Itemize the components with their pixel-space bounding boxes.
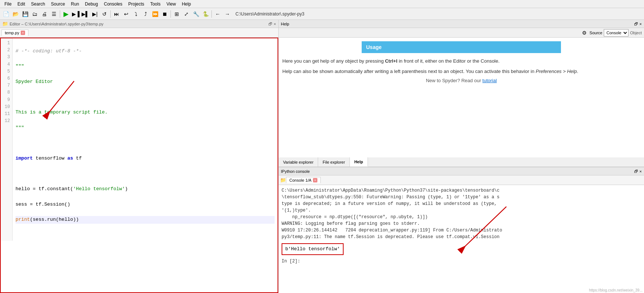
wrench-button[interactable]: 🔧 [192,10,200,18]
stop-button[interactable]: ⏹ [160,10,169,18]
tab-help[interactable]: Help [350,157,368,167]
help-title: Help [281,22,289,26]
code-line-1: # -*- coding: utf-8 -*- [16,48,275,55]
step-button[interactable]: ↩ [122,10,131,18]
main-container: 📁 Editor – C:\Users\Administrator\.spyde… [0,20,644,293]
code-line-12: print(sess.run(hello)) [16,216,275,224]
help-tutorial-text: New to Spyder? Read our [426,78,481,83]
tab-variable-explorer[interactable]: Variable explorer [279,157,318,167]
back-button[interactable]: ← [213,10,222,18]
code-line-10: hello = tf.constant('Hello tensorfolw') [16,185,275,193]
console-title: IPython console [281,169,310,174]
usage-title: Usage [366,44,382,50]
step-return-button[interactable]: ⤴ [141,10,150,18]
editor-tab-close[interactable]: × [21,31,25,35]
source-select[interactable]: Console Editor [604,29,628,36]
save-all-button[interactable]: 🗂 [30,10,39,18]
editor-title: Editor – C:\Users\Administrator\.spyder-… [10,22,103,26]
step-into-button[interactable]: ⤵ [131,10,140,18]
menu-edit[interactable]: Edit [14,1,28,7]
re-run-button[interactable]: ↺ [100,10,109,18]
help-text-2: Help can also be shown automatically aft… [282,68,640,75]
open-file-button[interactable]: 📂 [11,10,20,18]
run-button[interactable]: ▶ [62,10,70,18]
console-prompt: In [2]: [282,258,641,265]
code-content[interactable]: # -*- coding: utf-8 -*- """ Spyder Edito… [13,38,278,241]
toolbar-sep-2 [110,10,111,18]
help-float-icon[interactable]: 🗗 [634,22,638,26]
print-button[interactable]: 🖨 [40,10,49,18]
help-panel: Help 🗗 × ⚙ Source Console Editor Object … [279,20,644,167]
run-selection-button[interactable]: ▶| [90,10,99,18]
code-editor[interactable]: 123456 789101112 # -*- coding: utf-8 -*-… [0,38,278,293]
console-result: b'Hello tensorfolw' [282,243,344,255]
console-close-icon[interactable]: × [640,169,642,174]
menu-projects[interactable]: Projects [125,1,147,7]
help-text-1: Here you can get help of any object by p… [282,57,640,65]
editor-panel-header: 📁 Editor – C:\Users\Administrator\.spyde… [0,20,278,28]
help-toolbar: ⚙ Source Console Editor Object [279,28,644,38]
editor-tab-bar: temp.py × [0,28,278,38]
menu-file[interactable]: File [1,1,14,7]
right-panel: Help 🗗 × ⚙ Source Console Editor Object … [279,20,644,293]
editor-panel: 📁 Editor – C:\Users\Administrator\.spyde… [0,20,279,293]
menu-help[interactable]: Help [179,1,194,7]
console-new-icon[interactable]: 📁 [280,177,286,183]
code-line-7 [16,139,275,147]
menu-bar: File Edit Search Source Run Debug Consol… [0,0,644,8]
menu-consoles[interactable]: Consoles [101,1,125,7]
editor-header-left: 📁 Editor – C:\Users\Administrator\.spyde… [2,21,103,27]
tab-file-explorer[interactable]: File explorer [318,157,350,167]
menu-debug[interactable]: Debug [82,1,101,7]
menu-view[interactable]: View [163,1,179,7]
cell-run2-button[interactable]: ⊞ [172,10,181,18]
editor-tab-temp[interactable]: temp.py × [1,29,28,36]
code-line-8: import tensorflow as tf [16,155,275,163]
console-float-icon[interactable]: 🗗 [634,169,638,174]
debug-button[interactable]: ⏭ [112,10,121,18]
code-line-11: sess = tf.Session() [16,201,275,209]
console-header: IPython console 🗗 × [279,167,644,175]
continue-button[interactable]: ⏩ [151,10,159,18]
source-label: Source [589,31,602,35]
editor-float-icon[interactable]: 🗗 [268,22,272,26]
console-tab-1[interactable]: Console 1/A × [286,177,321,183]
editor-header-icons: 🗗 × [268,22,276,26]
console-result-container: b'Hello tensorfolw' [282,242,641,257]
console-panel: IPython console 🗗 × 📁 Console 1/A × C:\U… [279,167,644,293]
editor-folder-icon[interactable]: 📁 [2,21,8,27]
menu-run[interactable]: Run [68,1,82,7]
code-line-5: This is a temporary script file. [16,109,275,116]
console-tab-label: Console 1/A [289,178,311,182]
code-line-6: """ [16,124,275,132]
run-cell-button[interactable]: ▶▐ [71,10,80,18]
menu-search[interactable]: Search [28,1,48,7]
help-gear-button[interactable]: ⚙ [581,29,588,36]
new-file-button[interactable]: 📄 [1,10,10,18]
usage-box: Usage [362,41,561,53]
save-file-button[interactable]: 💾 [21,10,30,18]
help-text-3: New to Spyder? Read our tutorial [282,78,640,83]
code-line-2: """ [16,63,275,70]
watermark: https://blog.csdn.net/weixin_39... [589,288,643,292]
toolbar-sep-1 [60,10,60,18]
code-line-4 [16,94,275,101]
browse-tabs-button[interactable]: ☰ [49,10,58,18]
help-close-icon[interactable]: × [640,22,642,26]
maximize-button[interactable]: ⤢ [182,10,191,18]
console-tab-close[interactable]: × [313,178,317,182]
menu-source[interactable]: Source [48,1,68,7]
bottom-tabs: Variable explorer File explorer Help [279,157,644,167]
console-tab-bar: 📁 Console 1/A × [279,175,644,185]
python-button[interactable]: 🐍 [201,10,210,18]
help-panel-header: Help 🗗 × [279,20,644,28]
run-cell-advance-button[interactable]: ▶▌ [81,10,90,18]
path-display: C:\Users\Administrator\.spyder-py3 [235,11,304,17]
tutorial-link[interactable]: tutorial [482,78,497,83]
menu-tools[interactable]: Tools [147,1,163,7]
editor-close-icon[interactable]: × [274,22,276,26]
editor-tab-label: temp.py [5,31,19,35]
forward-button[interactable]: → [223,10,232,18]
console-content[interactable]: C:\Users\Administrator\AppData\Roaming\P… [279,185,644,293]
line-numbers: 123456 789101112 [1,38,13,241]
